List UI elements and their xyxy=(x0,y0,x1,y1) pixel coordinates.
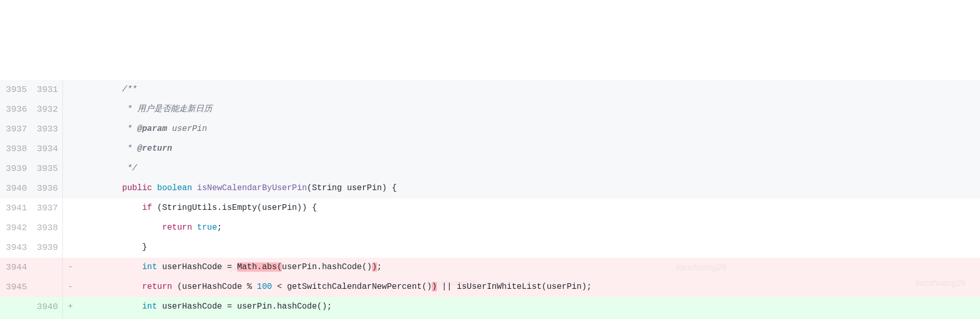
diff-sign xyxy=(62,100,78,119)
code-token: || isUserInWhiteList(userPin); xyxy=(437,282,592,291)
new-line-number[interactable] xyxy=(31,277,62,297)
code-token xyxy=(192,183,197,193)
code-token xyxy=(192,223,197,232)
old-line-number[interactable]: 3940 xyxy=(0,179,31,198)
code-token: Math.abs( xyxy=(237,262,282,272)
new-line-number[interactable]: 3935 xyxy=(31,159,62,179)
code-content[interactable]: public boolean isNewCalendarByUserPin(St… xyxy=(78,179,980,198)
code-token: (StringUtils.isEmpty(userPin)) { xyxy=(152,203,317,212)
code-token: ) xyxy=(432,282,437,291)
old-line-number[interactable] xyxy=(0,317,31,319)
old-line-number[interactable]: 3944 xyxy=(0,258,31,277)
old-line-number[interactable]: 3941 xyxy=(0,198,31,218)
code-token xyxy=(82,164,127,173)
diff-line: 39393935 */ xyxy=(0,159,980,179)
old-line-number[interactable]: 3945 xyxy=(0,277,31,297)
old-line-number[interactable]: 3938 xyxy=(0,139,31,159)
diff-sign: + xyxy=(62,297,78,317)
code-token: } xyxy=(82,243,147,252)
diff-line: 39363932 * 用户是否能走新日历 xyxy=(0,100,980,119)
diff-line: 39403936 public boolean isNewCalendarByU… xyxy=(0,179,980,198)
diff-sign xyxy=(62,198,78,218)
code-token: userHashCode = userPin.hashCode(); xyxy=(157,302,332,311)
code-content[interactable]: return (userHashCode % 100 < getSwitchCa… xyxy=(78,277,980,297)
new-line-number[interactable]: 3934 xyxy=(31,139,62,159)
code-token xyxy=(82,282,142,291)
new-line-number[interactable]: 3939 xyxy=(31,238,62,258)
code-content[interactable]: return Math.abs(userHashCode % 100) < ge… xyxy=(78,317,980,319)
diff-line: 39413937 if (StringUtils.isEmpty(userPin… xyxy=(0,198,980,218)
diff-line: 39373933 * @param userPin xyxy=(0,119,980,139)
diff-sign: + xyxy=(62,317,78,319)
code-token xyxy=(82,85,122,94)
code-token: ; xyxy=(377,262,382,272)
new-line-number[interactable]: 3938 xyxy=(31,218,62,238)
old-line-number[interactable]: 3942 xyxy=(0,218,31,238)
code-token: userPin.hashCode() xyxy=(282,262,372,272)
code-content[interactable]: */ xyxy=(78,159,980,179)
old-line-number[interactable]: 3936 xyxy=(0,100,31,119)
code-token: userHashCode = xyxy=(157,262,237,272)
new-line-number[interactable]: 3936 xyxy=(31,179,62,198)
new-line-number[interactable]: 3933 xyxy=(31,119,62,139)
code-token: public xyxy=(122,183,152,193)
code-token: ; xyxy=(217,223,222,232)
code-token xyxy=(82,124,127,134)
code-content[interactable]: if (StringUtils.isEmpty(userPin)) { xyxy=(78,198,980,218)
code-token: return xyxy=(142,282,172,291)
diff-line: 39353931 /** xyxy=(0,80,980,100)
code-token: isNewCalendarByUserPin xyxy=(197,183,307,193)
old-line-number[interactable]: 3935 xyxy=(0,80,31,100)
diff-line: 3945- return (userHashCode % 100 < getSw… xyxy=(0,277,980,297)
new-line-number[interactable]: 3932 xyxy=(31,100,62,119)
code-content[interactable]: int userHashCode = Math.abs(userPin.hash… xyxy=(78,258,980,277)
code-token: /** xyxy=(122,85,137,94)
code-token xyxy=(82,262,142,272)
old-line-number[interactable]: 3939 xyxy=(0,159,31,179)
code-token: (userHashCode % xyxy=(172,282,257,291)
code-token: @param xyxy=(137,124,167,134)
code-token: * xyxy=(127,144,137,153)
code-content[interactable]: * 用户是否能走新日历 xyxy=(78,100,980,119)
new-line-number[interactable]: 3940 xyxy=(31,297,62,317)
code-content[interactable]: return true; xyxy=(78,218,980,238)
code-content[interactable]: /** xyxy=(78,80,980,100)
code-token: if xyxy=(142,203,152,212)
new-line-number[interactable]: 3937 xyxy=(31,198,62,218)
code-token: 100 xyxy=(257,282,272,291)
code-token: < getSwitchCalendarNewPercent() xyxy=(272,282,432,291)
diff-sign xyxy=(62,179,78,198)
code-token: * xyxy=(127,124,137,134)
diff-sign: - xyxy=(62,277,78,297)
code-content[interactable]: int userHashCode = userPin.hashCode(); xyxy=(78,297,980,317)
diff-table: 39353931 /**39363932 * 用户是否能走新日历39373933… xyxy=(0,80,980,319)
code-token: */ xyxy=(127,164,137,173)
code-token: * 用户是否能走新日历 xyxy=(127,104,212,114)
diff-sign xyxy=(62,159,78,179)
code-token xyxy=(82,223,162,232)
code-token xyxy=(82,203,142,212)
old-line-number[interactable] xyxy=(0,297,31,317)
new-line-number[interactable]: 3941 xyxy=(31,317,62,319)
code-token xyxy=(82,302,142,311)
code-token: return xyxy=(162,223,192,232)
code-token: userPin xyxy=(167,124,207,134)
diff-sign xyxy=(62,80,78,100)
new-line-number[interactable] xyxy=(31,258,62,277)
code-token: ) xyxy=(372,262,377,272)
diff-line: 3941+ return Math.abs(userHashCode % 100… xyxy=(0,317,980,319)
code-content[interactable]: } xyxy=(78,238,980,258)
code-token: true xyxy=(197,223,217,232)
code-token: int xyxy=(142,262,157,272)
code-content[interactable]: * @param userPin xyxy=(78,119,980,139)
diff-sign: - xyxy=(62,258,78,277)
old-line-number[interactable]: 3943 xyxy=(0,238,31,258)
diff-line: 3944- int userHashCode = Math.abs(userPi… xyxy=(0,258,980,277)
diff-sign xyxy=(62,119,78,139)
code-token xyxy=(82,183,122,193)
diff-line: 39383934 * @return xyxy=(0,139,980,159)
code-content[interactable]: * @return xyxy=(78,139,980,159)
new-line-number[interactable]: 3931 xyxy=(31,80,62,100)
diff-sign xyxy=(62,238,78,258)
old-line-number[interactable]: 3937 xyxy=(0,119,31,139)
